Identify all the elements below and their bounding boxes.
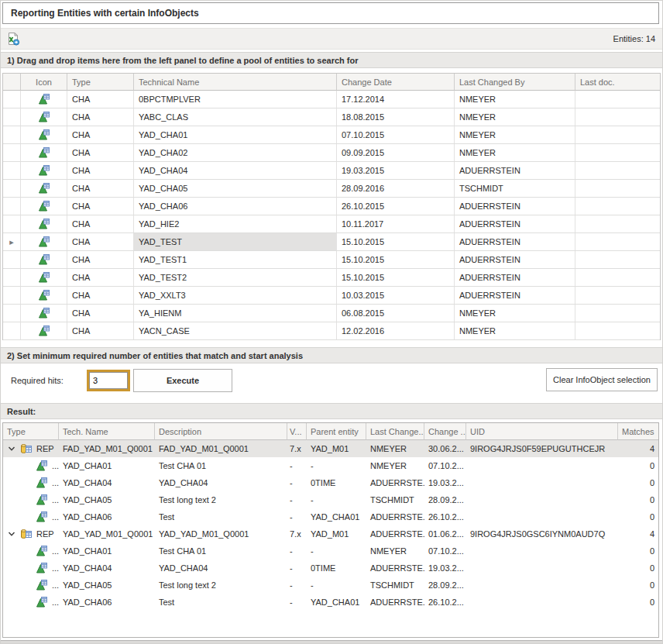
- pool-table-row[interactable]: CHAYAD_CHA0107.10.2015NMEYER: [3, 126, 660, 144]
- row-selector-cell[interactable]: [3, 322, 21, 339]
- row-selector-cell[interactable]: [3, 91, 21, 108]
- pool-table-row[interactable]: CHAYABC_CLAS18.08.2015NMEYER: [3, 108, 660, 126]
- technical-name-cell[interactable]: YAD_CHA02: [134, 144, 337, 161]
- row-selector-cell[interactable]: [3, 144, 21, 161]
- execute-button[interactable]: Execute: [133, 369, 232, 392]
- header-type[interactable]: Type: [3, 423, 59, 440]
- required-hits-input[interactable]: [89, 372, 128, 389]
- pool-table-row[interactable]: CHAYAD_CHA0626.10.2015ADUERRSTEIN: [3, 198, 660, 215]
- type-cell: CHA: [67, 198, 134, 215]
- technical-name-cell[interactable]: YAD_CHA04: [134, 162, 337, 179]
- uid-cell: [466, 474, 618, 491]
- tech-name-cell[interactable]: YAD_CHA05: [59, 577, 155, 594]
- technical-name-cell[interactable]: YAD_CHA05: [134, 180, 337, 197]
- chevron-down-icon[interactable]: [7, 530, 16, 538]
- pool-table-row[interactable]: CHAYAD_CHA0528.09.2016TSCHMIDT: [3, 180, 660, 198]
- header-change-date[interactable]: Change Date: [337, 74, 455, 91]
- row-selector-cell[interactable]: [3, 251, 21, 268]
- header-uid[interactable]: UID: [466, 423, 618, 440]
- uid-cell: [466, 542, 618, 560]
- change-date-cell: 26.10.2...: [424, 594, 466, 611]
- result-child-row[interactable]: ...YAD_CHA04YAD_CHA04-0TIMEADUERRSTE...1…: [3, 560, 658, 577]
- tech-name-cell[interactable]: YAD_CHA05: [59, 491, 155, 508]
- header-parent-entity[interactable]: Parent entity: [307, 423, 366, 440]
- tech-name-cell[interactable]: YAD_CHA04: [59, 560, 155, 577]
- result-child-row[interactable]: ...YAD_CHA05Test long text 2--TSCHMIDT28…: [3, 577, 658, 594]
- pool-table-row[interactable]: CHAYAD_CHA0209.09.2015NMEYER: [3, 144, 660, 162]
- row-selector-cell[interactable]: [3, 305, 21, 322]
- result-child-row[interactable]: ...YAD_CHA04YAD_CHA04-0TIMEADUERRSTE...1…: [3, 474, 658, 491]
- type-cell: ...: [3, 577, 59, 594]
- pool-table-row[interactable]: CHAYAD_TEST115.10.2015ADUERRSTEIN: [3, 251, 660, 269]
- row-selector-cell[interactable]: [3, 180, 21, 197]
- chevron-down-icon[interactable]: [7, 445, 16, 453]
- result-child-row[interactable]: ...YAD_CHA01Test CHA 01--NMEYER07.10.2..…: [3, 457, 658, 474]
- row-selector-cell[interactable]: [3, 126, 21, 143]
- header-last-changed-by[interactable]: Last Changed By: [455, 74, 575, 91]
- tech-name-cell[interactable]: YAD_CHA04: [59, 474, 155, 491]
- row-selector-cell[interactable]: ▸: [3, 233, 21, 250]
- technical-name-cell[interactable]: 0BPCTMPLVER: [134, 91, 337, 108]
- row-selector-cell[interactable]: [3, 287, 21, 304]
- pool-table-row[interactable]: ▸CHAYAD_TEST15.10.2015ADUERRSTEIN: [3, 233, 660, 251]
- export-to-excel-button[interactable]: [5, 32, 21, 47]
- row-selector-cell[interactable]: [3, 215, 21, 232]
- result-child-row[interactable]: ...YAD_CHA05Test long text 2--TSCHMIDT28…: [3, 491, 658, 508]
- type-cell: ...: [3, 560, 59, 577]
- pool-table-body: CHA0BPCTMPLVER17.12.2014NMEYERCHAYABC_CL…: [3, 91, 660, 340]
- technical-name-cell[interactable]: YAD_CHA01: [134, 126, 337, 143]
- tech-name-cell[interactable]: YAD_CHA01: [59, 457, 155, 474]
- technical-name-cell[interactable]: YAD_TEST2: [134, 269, 337, 286]
- tech-name-cell[interactable]: YAD_CHA06: [59, 508, 155, 525]
- pool-table-row[interactable]: CHAYAD_CHA0419.03.2015ADUERRSTEIN: [3, 162, 660, 180]
- tech-name-cell[interactable]: YAD_YAD_M01_Q0001: [59, 525, 155, 542]
- uid-cell: [466, 508, 618, 525]
- header-last-doc[interactable]: Last doc.: [575, 74, 660, 91]
- pool-table-row[interactable]: CHAYAD_XXLT310.03.2015ADUERRSTEIN: [3, 287, 660, 305]
- header-icon[interactable]: Icon: [21, 74, 67, 91]
- technical-name-cell[interactable]: YAD_CHA06: [134, 198, 337, 215]
- type-cell: ...: [3, 474, 59, 491]
- tech-name-cell[interactable]: YAD_CHA06: [59, 594, 155, 611]
- report-icon: [20, 443, 33, 455]
- result-child-row[interactable]: ...YAD_CHA06Test-YAD_CHA01ADUERRSTE...26…: [3, 594, 658, 611]
- header-type[interactable]: Type: [67, 74, 134, 91]
- section-1-title: 1) Drag and drop items here from the lef…: [7, 56, 359, 65]
- header-technical-name[interactable]: Technical Name: [134, 74, 337, 91]
- pool-table-row[interactable]: CHAYAD_TEST215.10.2015ADUERRSTEIN: [3, 269, 660, 287]
- clear-infoobject-selection-button[interactable]: Clear InfoObject selection: [546, 368, 658, 391]
- technical-name-cell[interactable]: YABC_CLAS: [134, 108, 337, 126]
- result-group-row[interactable]: REPYAD_YAD_M01_Q0001YAD_YAD_M01_Q00017.x…: [3, 525, 658, 542]
- header-change-date[interactable]: Change ...: [424, 423, 466, 440]
- technical-name-cell[interactable]: YAD_TEST: [134, 233, 337, 250]
- result-group-row[interactable]: REPFAD_YAD_M01_Q0001FAD_YAD_M01_Q00017.x…: [3, 440, 658, 457]
- header-matches[interactable]: Matches: [618, 423, 658, 440]
- row-selector-cell[interactable]: [3, 108, 21, 126]
- pool-table-row[interactable]: CHA0BPCTMPLVER17.12.2014NMEYER: [3, 91, 660, 108]
- header-description[interactable]: Description: [155, 423, 287, 440]
- tech-name-cell[interactable]: FAD_YAD_M01_Q0001: [59, 440, 155, 457]
- row-selector-cell[interactable]: [3, 198, 21, 215]
- row-selector-cell[interactable]: [3, 162, 21, 179]
- pool-table: Icon Type Technical Name Change Date Las…: [2, 73, 661, 340]
- characteristic-icon: [36, 477, 48, 489]
- technical-name-cell[interactable]: YAD_HIE2: [134, 215, 337, 232]
- pool-table-row[interactable]: CHAYA_HIENM06.08.2015NMEYER: [3, 305, 660, 322]
- header-tech-name[interactable]: Tech. Name: [59, 423, 155, 440]
- pool-table-row[interactable]: CHAYAD_HIE210.11.2017ADUERRSTEIN: [3, 215, 660, 233]
- result-child-row[interactable]: ...YAD_CHA06Test-YAD_CHA01ADUERRSTE...26…: [3, 508, 658, 525]
- header-version[interactable]: V...: [287, 423, 307, 440]
- tech-name-cell[interactable]: YAD_CHA01: [59, 542, 155, 560]
- technical-name-cell[interactable]: YACN_CASE: [134, 322, 337, 339]
- matches-cell: 4: [618, 525, 658, 542]
- last-changed-by-cell: NMEYER: [366, 542, 424, 560]
- result-child-row[interactable]: ...YAD_CHA01Test CHA 01--NMEYER07.10.2..…: [3, 542, 658, 560]
- last-changed-by-cell: ADUERRSTEIN: [455, 198, 575, 215]
- technical-name-cell[interactable]: YAD_XXLT3: [134, 287, 337, 304]
- row-selector-cell[interactable]: [3, 269, 21, 286]
- technical-name-cell[interactable]: YA_HIENM: [134, 305, 337, 322]
- pool-table-row[interactable]: CHAYACN_CASE12.02.2016NMEYER: [3, 322, 660, 340]
- header-last-changed-by[interactable]: Last Change...: [366, 423, 424, 440]
- technical-name-cell[interactable]: YAD_TEST1: [134, 251, 337, 268]
- icon-cell: [21, 251, 67, 268]
